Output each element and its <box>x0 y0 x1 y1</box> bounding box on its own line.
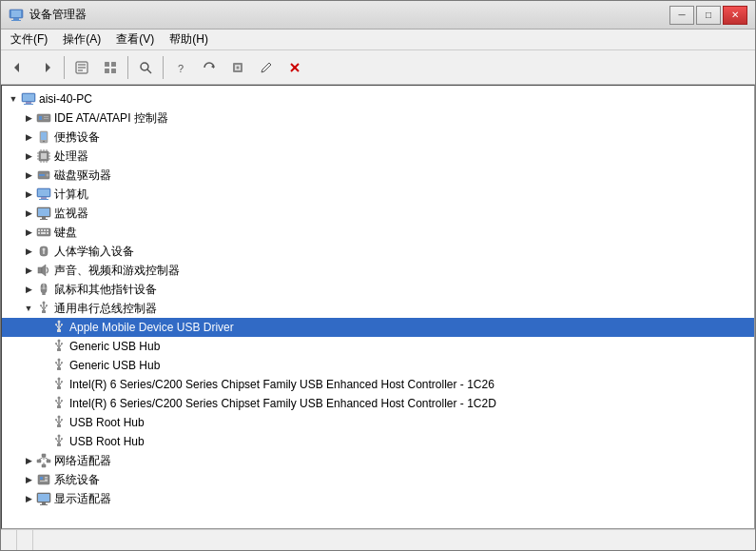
svg-rect-3 <box>11 20 21 21</box>
portable-icon <box>36 129 51 145</box>
keyboard-toggle[interactable]: ▶ <box>21 225 36 240</box>
network-label: 网络适配器 <box>54 453 111 469</box>
tree-item-monitor[interactable]: ▶ 监视器 <box>2 204 754 223</box>
intel2-label: Intel(R) 6 Series/C200 Series Chipset Fa… <box>69 397 496 410</box>
status-segment-2 <box>17 530 33 550</box>
svg-point-81 <box>58 321 61 324</box>
tree-item-computer[interactable]: ▶ 计算机 <box>2 185 754 204</box>
back-button[interactable] <box>5 54 31 81</box>
status-segment-1 <box>1 530 17 550</box>
device-tree[interactable]: ▼ aisi-40-PC ▶ <box>1 85 755 529</box>
tree-item-generic-hub2[interactable]: ▶ Generic USB Hub <box>2 356 754 375</box>
tree-item-processor[interactable]: ▶ <box>2 147 754 166</box>
svg-rect-84 <box>57 329 61 332</box>
portable-toggle[interactable]: ▶ <box>21 129 36 145</box>
svg-point-86 <box>55 343 57 344</box>
ide-toggle[interactable]: ▶ <box>21 110 36 126</box>
forward-button[interactable] <box>33 54 60 81</box>
toolbar-sep-3 <box>163 56 164 79</box>
toolbar-btn-grid[interactable] <box>97 54 124 81</box>
svg-rect-109 <box>42 454 46 457</box>
svg-rect-108 <box>57 443 61 446</box>
root-toggle[interactable]: ▼ <box>6 91 21 107</box>
toolbar-btn-driver[interactable] <box>224 54 251 81</box>
maximize-button[interactable]: □ <box>696 6 721 25</box>
svg-point-105 <box>58 435 61 438</box>
tree-item-apple-usb[interactable]: ▶ Apple Mobile Device USB Driver <box>2 318 754 337</box>
root-label: aisi-40-PC <box>39 92 92 106</box>
monitor-toggle[interactable]: ▶ <box>21 206 36 221</box>
keyboard-icon <box>36 225 51 240</box>
tree-root[interactable]: ▼ aisi-40-PC <box>2 89 754 108</box>
toolbar-btn-refresh[interactable] <box>196 54 223 81</box>
svg-point-98 <box>55 400 57 402</box>
usb-root-toggle[interactable]: ▼ <box>21 301 36 316</box>
svg-rect-110 <box>37 460 41 462</box>
mouse-toggle[interactable]: ▶ <box>21 282 36 297</box>
tree-item-intel-usb1[interactable]: ▶ Intel(R) 6 Series/C200 Series Chipset … <box>2 375 754 394</box>
title-text: 设备管理器 <box>29 7 87 23</box>
tree-item-sound[interactable]: ▶ 声音、视频和游戏控制器 <box>2 261 754 280</box>
tree-item-portable[interactable]: ▶ 便携设备 <box>2 128 754 147</box>
ide-icon <box>36 110 51 126</box>
svg-point-89 <box>58 359 61 362</box>
tree-item-ide[interactable]: ▶ IDE ATA/ATAPI 控制器 <box>2 108 754 128</box>
tree-item-usb-root2[interactable]: ▶ USB Root Hub <box>2 432 754 451</box>
close-button[interactable]: ✕ <box>723 6 747 25</box>
svg-rect-1 <box>11 10 21 17</box>
tree-item-hid[interactable]: ▶ 人体学输入设备 <box>2 242 754 261</box>
display-toggle[interactable]: ▶ <box>21 491 36 506</box>
tree-item-usb-root1[interactable]: ▶ USB Root Hub <box>2 413 754 432</box>
tree-item-keyboard[interactable]: ▶ 键盘 <box>2 223 754 242</box>
computer2-icon <box>36 187 51 202</box>
menu-action[interactable]: 操作(A) <box>55 30 108 49</box>
title-bar: 设备管理器 ─ □ ✕ <box>1 1 755 30</box>
menu-bar: 文件(F) 操作(A) 查看(V) 帮助(H) <box>1 30 755 50</box>
toolbar-btn-properties[interactable] <box>68 54 95 81</box>
hid-toggle[interactable]: ▶ <box>21 244 36 259</box>
computer-label: 计算机 <box>54 187 88 203</box>
svg-marker-5 <box>46 63 50 72</box>
sound-toggle[interactable]: ▶ <box>21 263 36 278</box>
tree-item-network[interactable]: ▶ 网络适配器 <box>2 451 754 470</box>
hub2-icon <box>51 358 67 373</box>
tree-item-system[interactable]: ▶ 系统设备 <box>2 470 754 489</box>
processor-toggle[interactable]: ▶ <box>21 148 36 164</box>
svg-point-95 <box>61 381 63 383</box>
svg-rect-111 <box>47 460 50 462</box>
svg-point-78 <box>40 305 42 306</box>
title-icon <box>9 8 24 23</box>
menu-file[interactable]: 文件(F) <box>3 30 55 49</box>
svg-rect-26 <box>26 102 31 104</box>
tree-item-usb-root[interactable]: ▼ 通用串行总线控制器 <box>2 299 754 318</box>
tree-item-display[interactable]: ▶ 显示适配器 <box>2 489 754 508</box>
tree-item-generic-hub1[interactable]: ▶ Generic USB Hub <box>2 337 754 356</box>
menu-view[interactable]: 查看(V) <box>108 30 162 49</box>
svg-marker-17 <box>211 65 214 69</box>
root2-icon <box>51 434 67 449</box>
toolbar-btn-uninstall[interactable] <box>281 54 308 81</box>
svg-rect-120 <box>45 480 48 482</box>
tree-item-intel-usb2[interactable]: ▶ Intel(R) 6 Series/C200 Series Chipset … <box>2 394 754 413</box>
minimize-button[interactable]: ─ <box>669 6 694 25</box>
toolbar-btn-edit[interactable] <box>253 54 280 81</box>
network-toggle[interactable]: ▶ <box>21 453 36 468</box>
hub1-icon <box>51 339 67 354</box>
svg-point-93 <box>58 378 61 381</box>
disk-toggle[interactable]: ▶ <box>21 167 36 183</box>
svg-rect-80 <box>42 310 46 313</box>
toolbar-sep-2 <box>127 56 128 79</box>
svg-rect-55 <box>39 199 48 200</box>
disk-icon <box>36 167 51 183</box>
tree-item-disk[interactable]: ▶ 磁盘驱动器 <box>2 166 754 185</box>
computer-toggle[interactable]: ▶ <box>21 187 36 202</box>
ide-label: IDE ATA/ATAPI 控制器 <box>54 110 168 127</box>
toolbar-btn-help[interactable]: ? <box>167 54 194 81</box>
tree-item-mouse[interactable]: ▶ 鼠标和其他指针设备 <box>2 280 754 299</box>
toolbar-btn-scan[interactable] <box>132 54 159 81</box>
svg-point-87 <box>61 343 63 344</box>
svg-rect-121 <box>40 481 48 482</box>
system-toggle[interactable]: ▶ <box>21 472 36 487</box>
menu-help[interactable]: 帮助(H) <box>162 30 216 49</box>
svg-rect-13 <box>111 69 116 73</box>
